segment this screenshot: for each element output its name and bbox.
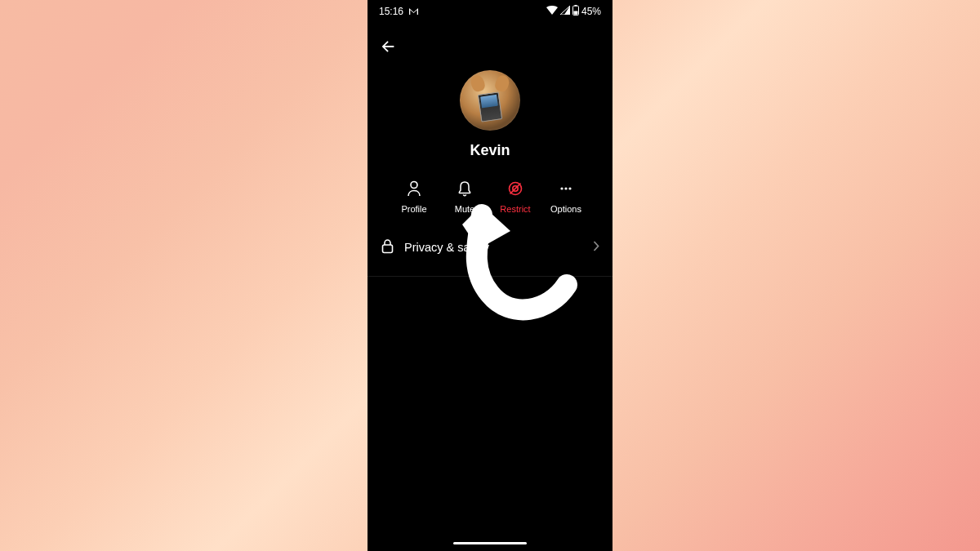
svg-rect-2 bbox=[573, 11, 577, 15]
wifi-icon bbox=[546, 6, 558, 17]
chevron-right-icon bbox=[593, 241, 599, 254]
profile-action-label: Profile bbox=[401, 204, 426, 214]
gmail-m-icon bbox=[408, 7, 419, 16]
options-action-label: Options bbox=[550, 204, 581, 214]
section-divider bbox=[368, 276, 612, 277]
username-label: Kevin bbox=[470, 142, 510, 159]
mute-action-button[interactable]: Mute bbox=[443, 180, 487, 214]
svg-point-3 bbox=[411, 182, 417, 189]
signal-icon bbox=[560, 6, 570, 17]
home-indicator[interactable] bbox=[453, 542, 527, 544]
privacy-safety-label: Privacy & safety bbox=[404, 241, 489, 254]
status-time: 15:16 bbox=[379, 6, 403, 17]
battery-text: 45% bbox=[581, 6, 601, 17]
person-icon bbox=[407, 180, 421, 197]
privacy-safety-row[interactable]: Privacy & safety bbox=[368, 238, 612, 256]
back-button[interactable] bbox=[379, 38, 397, 59]
more-icon bbox=[558, 180, 574, 197]
phone-screen: 15:16 45% bbox=[368, 0, 612, 551]
background-gradient: 15:16 45% bbox=[0, 0, 980, 551]
tutorial-arrow-overlay bbox=[433, 200, 580, 339]
lock-icon bbox=[381, 238, 394, 256]
bell-icon bbox=[457, 180, 472, 197]
svg-point-7 bbox=[560, 187, 563, 189]
restrict-icon bbox=[507, 180, 523, 197]
svg-point-9 bbox=[568, 187, 571, 189]
profile-action-button[interactable]: Profile bbox=[392, 180, 436, 214]
battery-icon bbox=[572, 5, 579, 18]
svg-rect-10 bbox=[383, 245, 393, 253]
status-bar: 15:16 45% bbox=[368, 0, 612, 20]
restrict-action-label: Restrict bbox=[500, 204, 530, 214]
svg-point-8 bbox=[564, 187, 567, 189]
restrict-action-button[interactable]: Restrict bbox=[493, 180, 537, 214]
action-row: Profile Mute Restrict Options bbox=[392, 180, 588, 214]
options-action-button[interactable]: Options bbox=[544, 180, 588, 214]
avatar[interactable] bbox=[460, 70, 520, 131]
svg-line-6 bbox=[510, 184, 521, 194]
profile-header: Kevin bbox=[368, 70, 612, 159]
mute-action-label: Mute bbox=[455, 204, 474, 214]
